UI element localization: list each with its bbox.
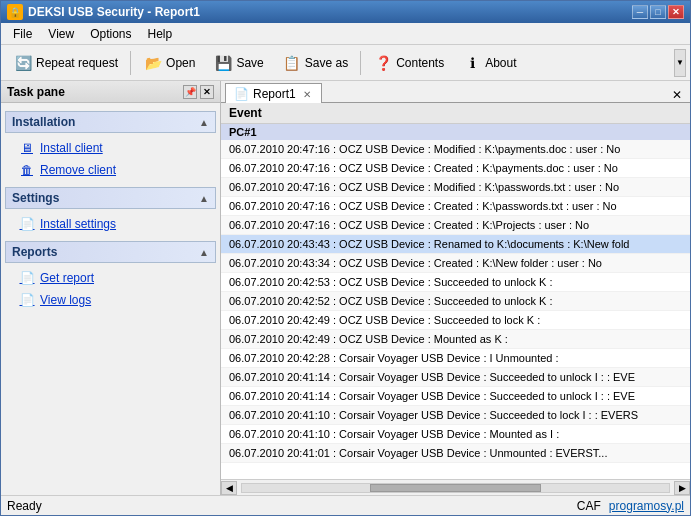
menu-help[interactable]: Help (140, 25, 181, 43)
reports-items: 📄 Get report 📄 View logs (5, 265, 216, 317)
menu-bar: File View Options Help (1, 23, 690, 45)
table-row: 06.07.2010 20:42:52 : OCZ USB Device : S… (221, 292, 690, 311)
open-button[interactable]: 📂 Open (135, 48, 203, 78)
scroll-left-button[interactable]: ◀ (221, 481, 237, 495)
table-row: 06.07.2010 20:47:16 : OCZ USB Device : M… (221, 140, 690, 159)
view-logs-icon: 📄 (19, 292, 35, 308)
installation-items: 🖥 Install client 🗑 Remove client (5, 135, 216, 187)
section-installation[interactable]: Installation ▲ (5, 111, 216, 133)
repeat-request-button[interactable]: 🔄 Repeat request (5, 48, 126, 78)
remove-client-label: Remove client (40, 163, 116, 177)
get-report-item[interactable]: 📄 Get report (15, 267, 216, 289)
table-row: 06.07.2010 20:41:14 : Corsair Voyager US… (221, 387, 690, 406)
report-content: Event PC#1 06.07.2010 20:47:16 : OCZ USB… (221, 103, 690, 495)
tab-report1-icon: 📄 (234, 87, 249, 101)
open-icon: 📂 (143, 53, 163, 73)
save-label: Save (236, 56, 263, 70)
main-area: Task pane 📌 ✕ Installation ▲ 🖥 Install c… (1, 81, 690, 495)
table-row: 06.07.2010 20:47:16 : OCZ USB Device : C… (221, 159, 690, 178)
remove-client-item[interactable]: 🗑 Remove client (15, 159, 216, 181)
title-bar-controls: ─ □ ✕ (632, 5, 684, 19)
table-row: 06.07.2010 20:47:16 : OCZ USB Device : C… (221, 197, 690, 216)
report-table[interactable]: PC#1 06.07.2010 20:47:16 : OCZ USB Devic… (221, 124, 690, 479)
install-client-icon: 🖥 (19, 140, 35, 156)
get-report-label: Get report (40, 271, 94, 285)
table-row: 06.07.2010 20:42:28 : Corsair Voyager US… (221, 349, 690, 368)
about-button[interactable]: ℹ About (454, 48, 524, 78)
reports-collapse-icon: ▲ (199, 247, 209, 258)
table-row: 06.07.2010 20:47:16 : OCZ USB Device : M… (221, 178, 690, 197)
task-pane: Task pane 📌 ✕ Installation ▲ 🖥 Install c… (1, 81, 221, 495)
minimize-button[interactable]: ─ (632, 5, 648, 19)
about-label: About (485, 56, 516, 70)
horizontal-scrollbar[interactable]: ◀ ▶ (221, 479, 690, 495)
task-pane-close-button[interactable]: ✕ (200, 85, 214, 99)
save-as-label: Save as (305, 56, 348, 70)
tab-area-right: ✕ (668, 88, 686, 102)
table-row: 06.07.2010 20:41:14 : Corsair Voyager US… (221, 368, 690, 387)
menu-file[interactable]: File (5, 25, 40, 43)
install-settings-icon: 📄 (19, 216, 35, 232)
table-row: 06.07.2010 20:42:49 : OCZ USB Device : M… (221, 330, 690, 349)
table-row: 06.07.2010 20:43:34 : OCZ USB Device : C… (221, 254, 690, 273)
task-pane-pin-button[interactable]: 📌 (183, 85, 197, 99)
report-column-header: Event (221, 103, 690, 124)
remove-client-icon: 🗑 (19, 162, 35, 178)
table-row: 06.07.2010 20:42:49 : OCZ USB Device : S… (221, 311, 690, 330)
toolbar-expand-button[interactable]: ▼ (674, 49, 686, 77)
section-settings-label: Settings (12, 191, 59, 205)
scroll-thumb[interactable] (370, 484, 541, 492)
tab-bar: 📄 Report1 ✕ ✕ (221, 81, 690, 103)
section-reports[interactable]: Reports ▲ (5, 241, 216, 263)
open-label: Open (166, 56, 195, 70)
get-report-icon: 📄 (19, 270, 35, 286)
status-right: CAF programosy.pl (577, 499, 684, 513)
contents-icon: ❓ (373, 53, 393, 73)
tab-close-button[interactable]: ✕ (303, 89, 311, 100)
scroll-track[interactable] (241, 483, 670, 493)
settings-collapse-icon: ▲ (199, 193, 209, 204)
view-logs-item[interactable]: 📄 View logs (15, 289, 216, 311)
settings-items: 📄 Install settings (5, 211, 216, 241)
title-bar-left: 🔒 DEKSI USB Security - Report1 (7, 4, 200, 20)
section-reports-label: Reports (12, 245, 57, 259)
table-row: 06.07.2010 20:47:16 : OCZ USB Device : C… (221, 216, 690, 235)
about-icon: ℹ (462, 53, 482, 73)
section-installation-label: Installation (12, 115, 75, 129)
section-settings[interactable]: Settings ▲ (5, 187, 216, 209)
maximize-button[interactable]: □ (650, 5, 666, 19)
toolbar: 🔄 Repeat request 📂 Open 💾 Save 📋 Save as… (1, 45, 690, 81)
status-text: Ready (7, 499, 42, 513)
installation-collapse-icon: ▲ (199, 117, 209, 128)
app-icon: 🔒 (7, 4, 23, 20)
toolbar-sep-2 (360, 51, 361, 75)
task-pane-title: Task pane (7, 85, 65, 99)
close-button[interactable]: ✕ (668, 5, 684, 19)
status-cap: CAF (577, 499, 601, 513)
install-client-label: Install client (40, 141, 103, 155)
table-row: 06.07.2010 20:43:43 : OCZ USB Device : R… (221, 235, 690, 254)
tab-report1[interactable]: 📄 Report1 ✕ (225, 83, 322, 103)
menu-view[interactable]: View (40, 25, 82, 43)
main-window: 🔒 DEKSI USB Security - Report1 ─ □ ✕ Fil… (0, 0, 691, 516)
pc-section-row: PC#1 (221, 124, 690, 140)
view-logs-label: View logs (40, 293, 91, 307)
toolbar-sep-1 (130, 51, 131, 75)
install-client-item[interactable]: 🖥 Install client (15, 137, 216, 159)
table-row: 06.07.2010 20:41:01 : Corsair Voyager US… (221, 444, 690, 463)
save-as-button[interactable]: 📋 Save as (274, 48, 356, 78)
repeat-icon: 🔄 (13, 53, 33, 73)
task-pane-header: Task pane 📌 ✕ (1, 81, 220, 103)
save-icon: 💾 (213, 53, 233, 73)
document-area: 📄 Report1 ✕ ✕ Event PC#1 06.07.2010 20:4… (221, 81, 690, 495)
status-brand: programosy.pl (609, 499, 684, 513)
contents-button[interactable]: ❓ Contents (365, 48, 452, 78)
repeat-request-label: Repeat request (36, 56, 118, 70)
doc-close-button[interactable]: ✕ (668, 88, 686, 102)
scroll-right-button[interactable]: ▶ (674, 481, 690, 495)
menu-options[interactable]: Options (82, 25, 139, 43)
save-as-icon: 📋 (282, 53, 302, 73)
install-settings-item[interactable]: 📄 Install settings (15, 213, 216, 235)
table-row: 06.07.2010 20:41:10 : Corsair Voyager US… (221, 406, 690, 425)
save-button[interactable]: 💾 Save (205, 48, 271, 78)
